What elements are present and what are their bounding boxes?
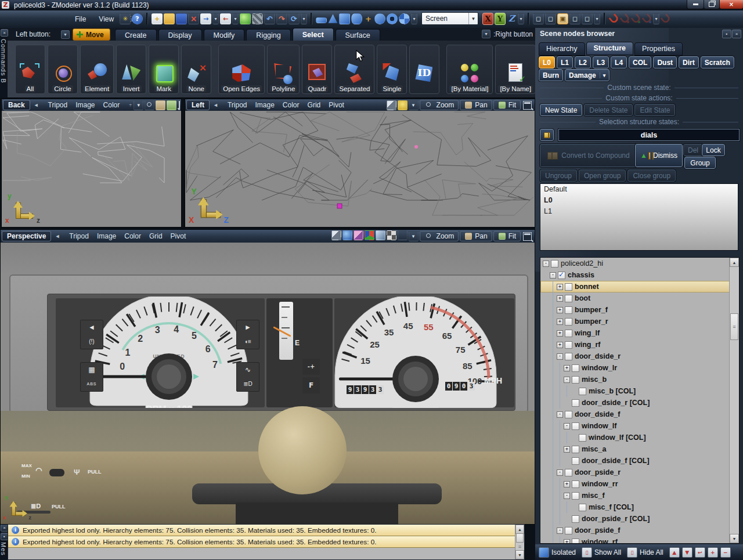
isolated-button[interactable]: Isolated [551, 548, 576, 557]
visibility-checkbox[interactable] [572, 480, 579, 488]
scroll-up-icon[interactable]: ▲ [515, 525, 524, 534]
ribbon-button-circle[interactable]: Circle [48, 45, 78, 94]
visibility-checkbox[interactable] [565, 411, 572, 418]
viewport-back-canvas[interactable]: y x z [2, 111, 181, 227]
lod-button-damage[interactable]: Damage▾ [565, 69, 609, 81]
scroll-thumb[interactable] [730, 313, 738, 340]
lod-button-l2[interactable]: L2 [575, 56, 591, 68]
undo-icon[interactable]: ↶ [264, 13, 275, 24]
new-file-icon[interactable]: + [152, 13, 163, 24]
hide-all-icon[interactable]: ▯ [627, 547, 637, 558]
isolated-cube-icon[interactable] [539, 547, 549, 558]
tree-row[interactable]: -window_lf [540, 420, 730, 432]
tree-row[interactable]: door_dside_f [COL] [540, 455, 730, 467]
tree-row[interactable]: +boot [540, 292, 730, 304]
menu-file[interactable]: File [70, 13, 91, 25]
tree-row[interactable]: +window_rf [540, 536, 730, 543]
expand-icon[interactable]: + [564, 539, 570, 544]
import-more-icon[interactable]: ▾ [232, 13, 239, 24]
cube-icon[interactable] [339, 13, 350, 24]
visibility-checkbox[interactable] [579, 434, 586, 442]
tab-rigging[interactable]: Rigging [246, 29, 290, 42]
structure-states-list[interactable]: DefaultL0L1 [540, 183, 738, 251]
viewport-menu-image[interactable]: Image [71, 101, 99, 109]
expand-icon[interactable]: + [557, 319, 563, 325]
lod-button-l3[interactable]: L3 [593, 56, 609, 68]
lock-button[interactable]: Lock [702, 144, 725, 156]
export-more-icon[interactable]: ▾ [212, 13, 219, 24]
brush-icon[interactable] [354, 230, 363, 240]
wireframe-mode-icon[interactable] [387, 100, 396, 110]
menu-view[interactable]: View [93, 13, 119, 25]
visibility-checkbox[interactable] [565, 341, 572, 349]
collapse-icon[interactable]: - [543, 261, 549, 267]
lod-button-dirt[interactable]: Dirt [679, 56, 699, 68]
shaded-icon[interactable] [342, 230, 352, 240]
collapse-icon[interactable]: - [557, 411, 563, 418]
ribbon-button-polyline[interactable]: Polyline [267, 45, 300, 94]
message-row[interactable]: iExported highest lod only. Hierarchy el… [8, 536, 524, 548]
state-list-item[interactable]: Default [540, 184, 738, 195]
viewport-perspective-canvas[interactable]: 01234567UNLEADEDFUEL ONLYRPM x 100 15253… [1, 243, 535, 524]
primitives-overflow-icon[interactable]: ▾ [411, 13, 417, 24]
viewport-menu-tripod[interactable]: Tripod [223, 101, 251, 109]
tree-row[interactable]: +wing_lf [540, 327, 730, 339]
tab-structure[interactable]: Structure [586, 42, 634, 55]
torus-icon[interactable] [387, 13, 398, 24]
magnet-alt-icon[interactable] [661, 14, 670, 24]
magnet-more-icon[interactable]: ▾ [653, 13, 659, 24]
visibility-checkbox[interactable] [551, 260, 558, 268]
tab-create[interactable]: Create [115, 29, 157, 42]
open-file-icon[interactable] [164, 13, 175, 24]
view-options-dropdown[interactable]: ▾ [134, 100, 143, 110]
axis-y-button[interactable]: Y [495, 13, 506, 25]
ribbon-button-invert[interactable]: Invert [116, 45, 146, 94]
visibility-checkbox[interactable] [572, 492, 579, 500]
ribbon-button-byname[interactable]: ✓[By Name] [495, 45, 536, 94]
lock-state-button[interactable] [540, 129, 554, 141]
viewport-left-name-button[interactable]: Left [186, 100, 210, 110]
tree-scrollbar[interactable]: ▲ ▼ [729, 258, 739, 543]
collapse-icon[interactable]: - [564, 377, 570, 383]
lighting-icon[interactable] [398, 100, 407, 110]
visibility-checkbox[interactable] [572, 457, 579, 465]
visibility-checkbox[interactable] [565, 306, 572, 314]
snap-face-icon[interactable]: ▣ [557, 13, 568, 24]
import-icon[interactable]: ← [220, 13, 231, 24]
ribbon-button-openedges[interactable]: Open Edges [218, 45, 265, 94]
ungroup-button[interactable]: Ungroup [540, 169, 577, 182]
viewport-back[interactable]: Back ◄ TripodImageColor ÷ ▾ y x z [1, 99, 182, 227]
tree-row[interactable]: +wing_rf [540, 339, 730, 351]
scroll-up-icon[interactable]: ▲ [730, 258, 739, 267]
fit-button[interactable]: Fit [493, 100, 521, 110]
branch-back-icon[interactable]: ↩ [695, 547, 705, 558]
viewport-perspective-collapse-icon[interactable]: ◄ [53, 233, 61, 239]
plain-icon[interactable] [398, 230, 407, 240]
lod-button-dust[interactable]: Dust [653, 56, 677, 68]
move-tool-button[interactable]: Move [73, 28, 110, 41]
cylinder-icon[interactable] [351, 13, 362, 24]
dismiss-compound-button[interactable]: ▲ Dismiss [635, 144, 683, 167]
visibility-checkbox[interactable] [558, 272, 565, 279]
save-file-icon[interactable] [176, 13, 187, 24]
reload-icon[interactable]: ⟳ [288, 13, 300, 24]
show-all-icon[interactable]: ▯ [582, 547, 592, 558]
viewport-menu-image[interactable]: Image [251, 101, 279, 109]
snap-edge-icon[interactable]: ◻ [545, 13, 556, 24]
close-button[interactable]: × [719, 0, 743, 9]
collapse-icon[interactable]: - [564, 493, 570, 499]
rgb-icon[interactable] [365, 230, 374, 240]
geosphere-icon[interactable] [399, 13, 410, 24]
sphere-icon[interactable] [374, 13, 385, 24]
commands-bar-close-button[interactable]: × [1, 29, 8, 37]
viewport-back-name-button[interactable]: Back [3, 100, 30, 110]
expand-icon[interactable]: + [557, 330, 563, 337]
axis-overflow-icon[interactable]: ▾ [518, 13, 524, 24]
viewport-menu-grid[interactable]: Grid [145, 232, 167, 240]
visibility-checkbox[interactable] [579, 504, 586, 511]
ribbon-button-quadr[interactable]: Quadr [302, 45, 332, 94]
tree-row[interactable]: -door_pside_r [540, 467, 730, 478]
tree-row[interactable]: +bonnet [540, 281, 730, 292]
expand-icon[interactable]: + [564, 446, 570, 453]
ribbon-button-separated[interactable]: Separated [334, 45, 374, 94]
